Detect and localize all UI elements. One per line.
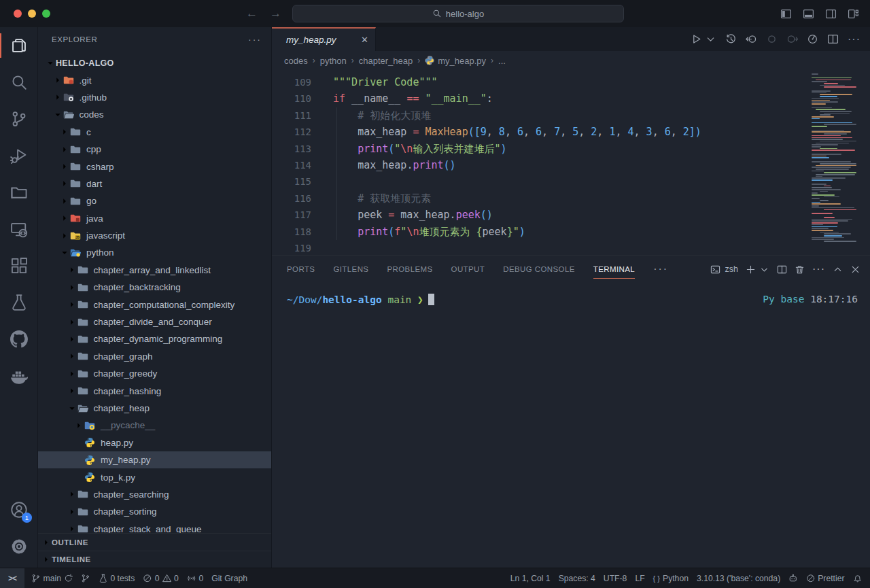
tree-item-java[interactable]: java bbox=[38, 210, 271, 227]
tree-item-chapter-heap[interactable]: chapter_heap bbox=[38, 400, 271, 417]
status-copilot[interactable] bbox=[784, 568, 802, 588]
panel-more-tabs-icon[interactable]: ··· bbox=[653, 263, 668, 275]
tab-my-heap-py[interactable]: my_heap.py ✕ bbox=[272, 27, 376, 51]
terminal-output[interactable]: ~/Dow/hello-algo main ❯ Py base 18:17:16 bbox=[272, 283, 870, 568]
split-editor-icon[interactable] bbox=[827, 33, 839, 45]
split-terminal-icon[interactable] bbox=[777, 264, 787, 275]
activity-docker[interactable] bbox=[0, 358, 37, 394]
status-encoding[interactable]: UTF-8 bbox=[599, 568, 631, 588]
tree-item-hello-algo[interactable]: HELLO-ALGO bbox=[38, 54, 271, 71]
status-cursor-position[interactable]: Ln 1, Col 1 bbox=[506, 568, 555, 588]
activity-explorer[interactable] bbox=[0, 27, 37, 64]
status-git-graph[interactable]: Git Graph bbox=[207, 568, 251, 588]
customize-layout-icon[interactable] bbox=[848, 8, 859, 20]
timeline-history-icon[interactable] bbox=[725, 33, 737, 45]
status-prettier[interactable]: Prettier bbox=[802, 568, 849, 588]
navigate-forward-icon[interactable]: → bbox=[270, 7, 281, 20]
toggle-panel-icon[interactable] bbox=[803, 8, 814, 20]
tree-item-csharp[interactable]: csharp bbox=[38, 158, 271, 175]
tree-item-chapter-backtracking[interactable]: chapter_backtracking bbox=[38, 279, 271, 296]
terminal-dropdown-chevron-icon[interactable] bbox=[759, 264, 769, 275]
status-notifications[interactable] bbox=[849, 568, 867, 588]
breadcrumb-my-heap-py[interactable]: my_heap.py bbox=[425, 56, 486, 66]
tree-item-javascript[interactable]: JSjavascript bbox=[38, 227, 271, 244]
tree-item-chapter-searching[interactable]: chapter_searching bbox=[38, 486, 271, 503]
status-tests[interactable]: 0 tests bbox=[94, 568, 139, 588]
open-previous-change-icon[interactable] bbox=[746, 33, 757, 45]
tree-item-chapter-graph[interactable]: chapter_graph bbox=[38, 348, 271, 365]
terminal-more-actions-icon[interactable]: ··· bbox=[812, 263, 825, 275]
minimap[interactable] bbox=[812, 71, 865, 243]
command-center-search[interactable]: hello-algo bbox=[292, 5, 624, 22]
section-timeline[interactable]: TIMELINE bbox=[38, 551, 271, 568]
tree-item--git[interactable]: .git bbox=[38, 71, 271, 88]
tree-item-heap-py[interactable]: heap.py bbox=[38, 434, 271, 451]
breadcrumb-python[interactable]: python bbox=[320, 56, 347, 66]
status-language-mode[interactable]: { }Python bbox=[649, 568, 693, 588]
tree-item-chapter-divide-and-conquer[interactable]: chapter_divide_and_conquer bbox=[38, 313, 271, 330]
panel-tab-problems[interactable]: PROBLEMS bbox=[387, 256, 432, 283]
gitlens-graph-icon[interactable] bbox=[807, 33, 818, 45]
status-indentation[interactable]: Spaces: 4 bbox=[555, 568, 599, 588]
status-python-interpreter[interactable]: 3.10.13 ('base': conda) bbox=[693, 568, 784, 588]
toggle-secondary-sidebar-icon[interactable] bbox=[825, 8, 837, 20]
activity-settings[interactable] bbox=[0, 528, 37, 565]
tree-item-chapter-hashing[interactable]: chapter_hashing bbox=[38, 382, 271, 399]
status-eol[interactable]: LF bbox=[631, 568, 648, 588]
panel-tab-terminal[interactable]: TERMINAL bbox=[593, 256, 635, 283]
tree-item-chapter-sorting[interactable]: chapter_sorting bbox=[38, 503, 271, 520]
panel-tab-ports[interactable]: PORTS bbox=[287, 256, 315, 283]
status-git-graph-branch[interactable] bbox=[77, 568, 94, 588]
kill-terminal-trash-icon[interactable] bbox=[795, 264, 805, 275]
close-window-button[interactable] bbox=[14, 10, 22, 18]
tree-item-chapter-array-and-linkedlist[interactable]: chapter_array_and_linkedlist bbox=[38, 262, 271, 279]
breadcrumb-chapter-heap[interactable]: chapter_heap bbox=[359, 56, 413, 66]
tree-item--github[interactable]: .github bbox=[38, 89, 271, 106]
panel-tab-debug-console[interactable]: DEBUG CONSOLE bbox=[503, 256, 575, 283]
next-change-icon[interactable] bbox=[786, 33, 798, 45]
close-tab-icon[interactable]: ✕ bbox=[361, 35, 368, 45]
previous-change-icon[interactable] bbox=[766, 33, 778, 45]
breadcrumb--[interactable]: ... bbox=[498, 56, 506, 66]
tree-item--pycache-[interactable]: __pycache__ bbox=[38, 417, 271, 434]
tree-item-top-k-py[interactable]: top_k.py bbox=[38, 468, 271, 485]
activity-github[interactable] bbox=[0, 321, 37, 358]
tree-item-chapter-dynamic-programming[interactable]: chapter_dynamic_programming bbox=[38, 330, 271, 347]
panel-tab-output[interactable]: OUTPUT bbox=[451, 256, 485, 283]
activity-extensions[interactable] bbox=[0, 247, 37, 284]
tree-item-chapter-greedy[interactable]: chapter_greedy bbox=[38, 365, 271, 382]
activity-remote-explorer[interactable] bbox=[0, 211, 37, 247]
close-panel-icon[interactable] bbox=[850, 264, 860, 275]
minimize-window-button[interactable] bbox=[28, 10, 36, 18]
new-terminal-icon[interactable] bbox=[746, 264, 756, 275]
activity-testing[interactable] bbox=[0, 284, 37, 321]
activity-run-debug[interactable] bbox=[0, 137, 37, 174]
remote-indicator[interactable]: >< bbox=[0, 568, 24, 588]
tree-item-dart[interactable]: dart bbox=[38, 175, 271, 192]
activity-folder[interactable] bbox=[0, 174, 37, 211]
toggle-sidebar-icon[interactable] bbox=[780, 8, 792, 20]
tree-item-python[interactable]: python bbox=[38, 244, 271, 261]
section-outline[interactable]: OUTLINE bbox=[38, 534, 271, 551]
run-dropdown-chevron-icon[interactable] bbox=[705, 33, 716, 45]
status-problems[interactable]: 00 bbox=[139, 568, 183, 588]
tree-item-codes[interactable]: codes bbox=[38, 106, 271, 123]
zoom-window-button[interactable] bbox=[42, 10, 50, 18]
activity-account[interactable]: 1 bbox=[0, 491, 37, 528]
tree-item-chapter-computational-complexity[interactable]: chapter_computational_complexity bbox=[38, 296, 271, 313]
activity-source-control[interactable] bbox=[0, 101, 37, 137]
tree-item-chapter-stack-and-queue[interactable]: chapter_stack_and_queue bbox=[38, 521, 271, 533]
activity-search[interactable] bbox=[0, 64, 37, 101]
tree-item-go[interactable]: go bbox=[38, 192, 271, 209]
tree-item-c[interactable]: c bbox=[38, 124, 271, 141]
editor-more-actions-icon[interactable]: ··· bbox=[848, 33, 860, 46]
panel-tab-gitlens[interactable]: GITLENS bbox=[333, 256, 368, 283]
explorer-more-actions-icon[interactable]: ··· bbox=[248, 34, 262, 45]
tree-item-cpp[interactable]: cpp bbox=[38, 141, 271, 158]
breadcrumb-codes[interactable]: codes bbox=[284, 56, 308, 66]
run-python-file-icon[interactable] bbox=[691, 33, 702, 45]
status-git-branch[interactable]: main bbox=[27, 568, 77, 588]
navigate-back-icon[interactable]: ← bbox=[246, 7, 258, 20]
maximize-panel-icon[interactable] bbox=[833, 264, 843, 275]
tree-item-my-heap-py[interactable]: my_heap.py bbox=[38, 451, 271, 468]
